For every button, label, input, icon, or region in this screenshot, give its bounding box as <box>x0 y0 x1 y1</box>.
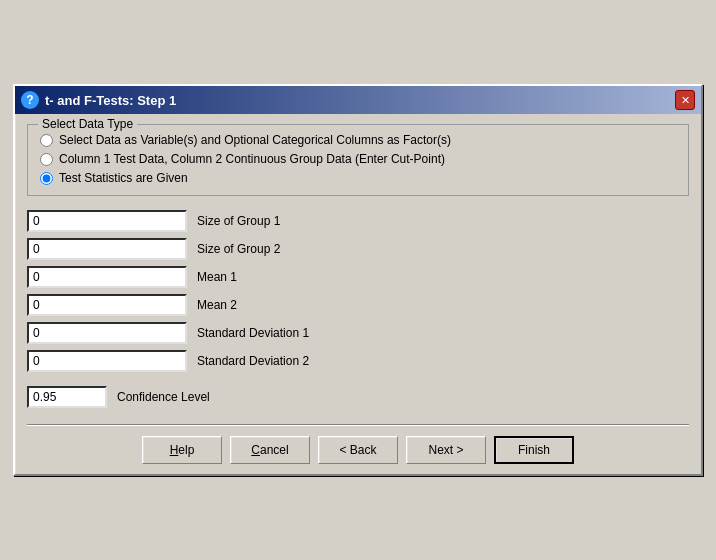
finish-label: Finish <box>518 443 550 457</box>
cancel-label: Cancel <box>251 443 288 457</box>
select-data-type-group: Select Data Type Select Data as Variable… <box>27 124 689 196</box>
mean2-label: Mean 2 <box>197 298 237 312</box>
confidence-label: Confidence Level <box>117 390 210 404</box>
field-row-group2: Size of Group 2 <box>27 238 689 260</box>
field-row-sd2: Standard Deviation 2 <box>27 350 689 372</box>
radio-label-3: Test Statistics are Given <box>59 171 188 185</box>
radio-variables[interactable] <box>40 134 53 147</box>
dialog-title: t- and F-Tests: Step 1 <box>45 93 176 108</box>
close-button[interactable]: ✕ <box>675 90 695 110</box>
button-separator <box>27 424 689 426</box>
help-label: Help <box>170 443 195 457</box>
radio-label-1: Select Data as Variable(s) and Optional … <box>59 133 451 147</box>
radio-label-2: Column 1 Test Data, Column 2 Continuous … <box>59 152 445 166</box>
next-button[interactable]: Next > <box>406 436 486 464</box>
back-button[interactable]: < Back <box>318 436 398 464</box>
radio-row-1: Select Data as Variable(s) and Optional … <box>40 133 676 147</box>
radio-row-2: Column 1 Test Data, Column 2 Continuous … <box>40 152 676 166</box>
group2-input[interactable] <box>27 238 187 260</box>
sd1-label: Standard Deviation 1 <box>197 326 309 340</box>
confidence-input[interactable] <box>27 386 107 408</box>
sd2-input[interactable] <box>27 350 187 372</box>
confidence-row: Confidence Level <box>27 386 689 408</box>
finish-button[interactable]: Finish <box>494 436 574 464</box>
mean1-input[interactable] <box>27 266 187 288</box>
next-label: Next > <box>428 443 463 457</box>
help-button[interactable]: Help <box>142 436 222 464</box>
radio-column-test[interactable] <box>40 153 53 166</box>
group-box-title: Select Data Type <box>38 117 137 131</box>
cancel-button[interactable]: Cancel <box>230 436 310 464</box>
dialog-icon: ? <box>21 91 39 109</box>
dialog-content: Select Data Type Select Data as Variable… <box>15 114 701 474</box>
mean1-label: Mean 1 <box>197 270 237 284</box>
group1-label: Size of Group 1 <box>197 214 280 228</box>
field-row-mean2: Mean 2 <box>27 294 689 316</box>
dialog-window: ? t- and F-Tests: Step 1 ✕ Select Data T… <box>13 84 703 476</box>
mean2-input[interactable] <box>27 294 187 316</box>
radio-test-statistics[interactable] <box>40 172 53 185</box>
title-bar: ? t- and F-Tests: Step 1 ✕ <box>15 86 701 114</box>
group1-input[interactable] <box>27 210 187 232</box>
fields-section: Size of Group 1 Size of Group 2 Mean 1 M… <box>27 210 689 372</box>
button-row: Help Cancel < Back Next > Finish <box>27 436 689 464</box>
back-label: < Back <box>339 443 376 457</box>
field-row-sd1: Standard Deviation 1 <box>27 322 689 344</box>
sd2-label: Standard Deviation 2 <box>197 354 309 368</box>
field-row-mean1: Mean 1 <box>27 266 689 288</box>
field-row-group1: Size of Group 1 <box>27 210 689 232</box>
group2-label: Size of Group 2 <box>197 242 280 256</box>
radio-row-3: Test Statistics are Given <box>40 171 676 185</box>
sd1-input[interactable] <box>27 322 187 344</box>
